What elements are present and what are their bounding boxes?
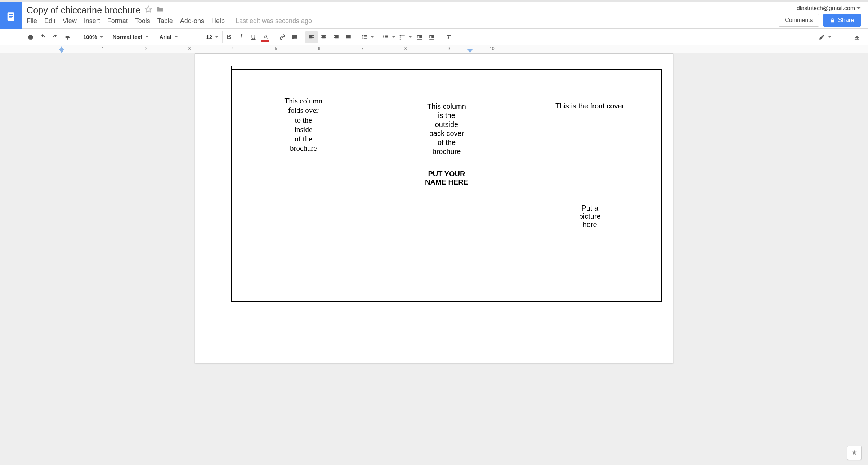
menu-help[interactable]: Help xyxy=(211,17,225,25)
underline-button[interactable]: U xyxy=(247,31,259,43)
brochure-table[interactable]: This column folds over to the inside of … xyxy=(231,69,662,302)
font-value: Arial xyxy=(159,34,171,40)
ruler-number: 3 xyxy=(188,46,191,51)
caret-down-icon xyxy=(408,35,412,39)
caret-down-icon xyxy=(371,35,374,39)
right-indent-marker[interactable] xyxy=(467,49,473,53)
brochure-col-2[interactable]: This column is the outside back cover of… xyxy=(375,70,519,301)
name-box[interactable]: PUT YOUR NAME HERE xyxy=(386,165,507,191)
text-cursor xyxy=(231,66,232,75)
menu-addons[interactable]: Add-ons xyxy=(180,17,204,25)
zoom-value: 100% xyxy=(83,34,97,40)
ruler-number: 5 xyxy=(275,46,277,51)
ruler-number: 8 xyxy=(404,46,407,51)
svg-rect-2 xyxy=(9,16,13,17)
col1-text[interactable]: This column folds over to the inside of … xyxy=(271,96,336,153)
style-value: Normal text xyxy=(112,34,142,40)
menu-view[interactable]: View xyxy=(63,17,77,25)
insert-comment-button[interactable] xyxy=(288,31,301,43)
share-button[interactable]: Share xyxy=(823,14,861,27)
menu-file[interactable]: File xyxy=(27,17,37,25)
folder-icon[interactable] xyxy=(156,5,164,15)
explore-icon xyxy=(851,449,858,456)
col2-text[interactable]: This column is the outside back cover of… xyxy=(411,102,483,156)
left-indent-marker[interactable] xyxy=(59,49,64,53)
lock-icon xyxy=(830,18,835,23)
numbered-list-button[interactable] xyxy=(380,31,397,43)
decrease-indent-button[interactable] xyxy=(413,31,426,43)
text-color-button[interactable]: A xyxy=(259,31,272,43)
document-page[interactable]: This column folds over to the inside of … xyxy=(195,53,673,363)
caret-down-icon xyxy=(856,6,861,10)
svg-point-4 xyxy=(400,35,401,36)
collapse-toolbar-button[interactable] xyxy=(851,31,863,43)
line-spacing-button[interactable] xyxy=(359,31,376,43)
insert-link-button[interactable] xyxy=(276,31,288,43)
redo-button[interactable] xyxy=(49,31,61,43)
bulleted-list-button[interactable] xyxy=(397,31,413,43)
svg-rect-1 xyxy=(9,14,13,15)
separator xyxy=(274,32,274,43)
style-combo[interactable]: Normal text xyxy=(107,31,154,43)
editing-mode-combo[interactable] xyxy=(817,31,833,43)
separator xyxy=(378,32,378,43)
align-left-button[interactable] xyxy=(305,31,318,43)
account-menu[interactable]: dlastutech@gmail.com xyxy=(797,5,861,12)
share-label: Share xyxy=(838,17,854,24)
ruler-number: 2 xyxy=(145,46,148,51)
align-right-button[interactable] xyxy=(330,31,342,43)
account-email: dlastutech@gmail.com xyxy=(797,5,855,12)
menu-edit[interactable]: Edit xyxy=(44,17,55,25)
italic-button[interactable]: I xyxy=(235,31,247,43)
ruler[interactable]: 1 2 3 4 5 6 7 8 9 10 xyxy=(0,45,868,53)
brochure-col-3[interactable]: This is the front cover Put a picture he… xyxy=(518,70,661,301)
ruler-number: 1 xyxy=(102,46,104,51)
align-center-button[interactable] xyxy=(318,31,330,43)
pencil-icon xyxy=(819,34,825,40)
caret-down-icon xyxy=(145,35,149,39)
document-workspace[interactable]: This column folds over to the inside of … xyxy=(0,53,868,465)
font-size-value: 12 xyxy=(206,34,212,40)
increase-indent-button[interactable] xyxy=(426,31,438,43)
caret-down-icon xyxy=(174,35,178,39)
svg-rect-3 xyxy=(9,17,12,18)
title-bar: Copy of chiccarine brochure File Edit Vi… xyxy=(0,2,868,29)
menu-tools[interactable]: Tools xyxy=(135,17,150,25)
ruler-number: 10 xyxy=(489,46,494,51)
caret-down-icon xyxy=(100,35,103,39)
col2-divider xyxy=(386,161,507,161)
col3-title[interactable]: This is the front cover xyxy=(525,102,655,110)
star-icon[interactable] xyxy=(144,5,152,15)
docs-logo[interactable] xyxy=(0,2,22,31)
zoom-combo[interactable]: 100% xyxy=(78,31,107,43)
separator xyxy=(76,32,76,43)
ruler-number: 9 xyxy=(448,46,450,51)
clear-formatting-button[interactable] xyxy=(443,31,455,43)
menu-table[interactable]: Table xyxy=(157,17,173,25)
brochure-col-1[interactable]: This column folds over to the inside of … xyxy=(232,70,375,301)
separator xyxy=(842,32,842,43)
toolbar: 100% Normal text Arial 12 B I U A xyxy=(0,29,868,45)
menu-bar: File Edit View Insert Format Tools Table… xyxy=(27,17,774,25)
align-justify-button[interactable] xyxy=(342,31,354,43)
ruler-number: 6 xyxy=(318,46,321,51)
font-size-combo[interactable]: 12 xyxy=(201,31,223,43)
comments-button[interactable]: Comments xyxy=(779,14,819,27)
menu-insert[interactable]: Insert xyxy=(84,17,100,25)
ruler-number: 7 xyxy=(361,46,364,51)
document-title[interactable]: Copy of chiccarine brochure xyxy=(27,5,141,15)
print-button[interactable] xyxy=(24,31,37,43)
explore-button[interactable] xyxy=(847,446,862,460)
col3-picture-placeholder[interactable]: Put a picture here xyxy=(568,204,612,229)
caret-down-icon xyxy=(828,35,832,39)
menu-format[interactable]: Format xyxy=(107,17,128,25)
separator xyxy=(303,32,303,43)
font-combo[interactable]: Arial xyxy=(154,31,201,43)
caret-down-icon xyxy=(215,35,219,39)
undo-button[interactable] xyxy=(37,31,49,43)
docs-icon xyxy=(6,12,16,22)
bold-button[interactable]: B xyxy=(223,31,235,43)
paint-format-button[interactable] xyxy=(61,31,73,43)
caret-down-icon xyxy=(392,35,395,39)
svg-point-6 xyxy=(400,38,401,39)
